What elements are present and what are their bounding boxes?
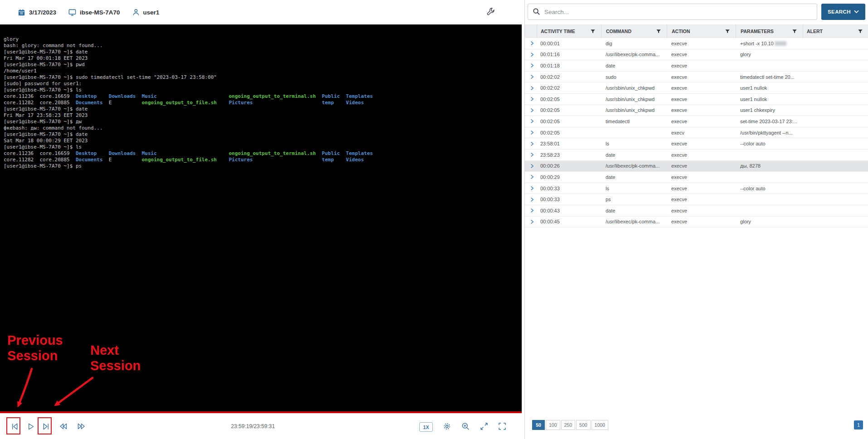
cell-activity-time: 00:01:16 — [537, 49, 601, 60]
filter-icon[interactable] — [656, 29, 661, 34]
row-expander[interactable] — [525, 49, 537, 60]
table-row[interactable]: 00:02:05timedatectlexecveset-time 2023-0… — [525, 116, 868, 127]
row-expander[interactable] — [525, 217, 537, 227]
table-row[interactable]: 00:02:05/usr/sbin/unix_chkpwdexecveuser1… — [525, 105, 868, 116]
table-row[interactable]: 00:02:05/usr/sbin/unix_chkpwdexecveuser1… — [525, 94, 868, 105]
row-expand-chevron-icon — [529, 164, 534, 169]
header-activity-time[interactable]: ACTIVITY TIME — [537, 24, 601, 38]
row-expander[interactable] — [525, 150, 537, 160]
row-expander[interactable] — [525, 183, 537, 194]
row-expander[interactable] — [525, 116, 537, 127]
cell-command: /usr/libexec/pk-comma... — [601, 217, 667, 227]
table-row[interactable]: 00:00:43dateexecve — [525, 205, 868, 217]
table-row[interactable]: 00:00:01digexecve+short -x 10.10 — [525, 38, 868, 49]
terminal-line: core.11282 core.20885 Documents E ongoin… — [4, 157, 522, 163]
cell-alert — [803, 60, 868, 71]
row-expand-chevron-icon — [529, 52, 534, 57]
row-expander[interactable] — [525, 60, 537, 71]
page-size-50[interactable]: 50 — [532, 420, 545, 430]
row-expander[interactable] — [525, 127, 537, 138]
cell-action: execve — [667, 194, 736, 205]
header-command[interactable]: COMMAND — [601, 24, 667, 38]
tools-wrench-button[interactable] — [485, 7, 496, 18]
cell-activity-time: 00:00:33 — [537, 194, 601, 205]
filter-icon[interactable] — [858, 29, 863, 34]
table-row[interactable]: 23:58:23dateexecve — [525, 150, 868, 161]
rewind-button[interactable] — [58, 421, 68, 431]
table-row[interactable]: 23:58:01lsexecve--color auto — [525, 138, 868, 150]
search-button-label: SEARCH — [828, 9, 851, 14]
table-row[interactable]: 00:00:33psexecve — [525, 194, 868, 205]
table-row[interactable]: 00:00:45/usr/libexec/pk-comma...execvegl… — [525, 217, 868, 228]
filter-icon[interactable] — [792, 29, 797, 34]
cell-parameters — [736, 205, 803, 216]
fullscreen-icon — [498, 422, 507, 431]
next-session-button[interactable] — [41, 421, 51, 431]
row-expander[interactable] — [525, 172, 537, 183]
header-alert[interactable]: ALERT — [803, 24, 868, 38]
session-meta-bar: 3/17/2023 ibse-MS-7A70 user1 — [0, 0, 522, 24]
table-row[interactable]: 00:01:16/usr/libexec/pk-comma...execvegl… — [525, 49, 868, 61]
table-row[interactable]: 00:02:02sudoexecvetimedatectl set-time 2… — [525, 72, 868, 83]
page-size-group: 501002505001000 — [532, 420, 608, 430]
row-expander[interactable] — [525, 194, 537, 205]
row-expand-chevron-icon — [529, 119, 534, 124]
cell-parameters — [736, 194, 803, 205]
cell-parameters — [736, 172, 803, 183]
cell-activity-time: 00:00:29 — [537, 172, 601, 183]
cell-activity-time: 00:02:05 — [537, 94, 601, 105]
table-row[interactable]: 00:01:18dateexecve — [525, 60, 868, 72]
page-size-500[interactable]: 500 — [576, 420, 591, 430]
terminal-line: [user1@ibse-MS-7A70 ~]$ ps — [4, 163, 522, 169]
terminal-line: [user1@ibse-MS-7A70 ~]$ ды — [4, 119, 522, 125]
table-row[interactable]: 00:02:02/usr/sbin/unix_chkpwdexecveuser1… — [525, 82, 868, 94]
previous-session-button[interactable] — [10, 421, 19, 431]
cell-alert — [803, 105, 868, 116]
search-input[interactable] — [528, 4, 817, 20]
chevron-down-icon — [854, 10, 859, 14]
cell-parameters: user1 nullok — [736, 94, 803, 105]
filter-icon[interactable] — [590, 29, 596, 34]
expand-button[interactable] — [479, 421, 489, 431]
cell-alert — [803, 138, 868, 149]
row-expander[interactable] — [525, 72, 537, 82]
row-expander[interactable] — [525, 205, 537, 216]
row-expander[interactable] — [525, 94, 537, 105]
row-expander[interactable] — [525, 105, 537, 116]
row-expand-chevron-icon — [529, 186, 534, 191]
table-row[interactable]: 00:00:33lsexecve--color auto — [525, 183, 868, 194]
cell-command: date — [601, 172, 667, 183]
cell-activity-time: 00:02:05 — [537, 127, 601, 138]
skip-next-icon — [42, 422, 50, 431]
annotation-next-line1: Next — [90, 343, 141, 358]
cell-action: execve — [667, 172, 736, 183]
search-button[interactable]: SEARCH — [821, 4, 865, 20]
fast-forward-button[interactable] — [77, 421, 87, 431]
table-row[interactable]: 00:00:26/usr/libexec/pk-comma...execveды… — [525, 161, 868, 172]
current-page-indicator[interactable]: 1 — [854, 420, 863, 429]
table-row[interactable]: 00:02:05execv/usr/bin/pkttyagent --n... — [525, 127, 868, 139]
header-alert-label: ALERT — [807, 29, 823, 34]
cell-command: date — [601, 60, 667, 71]
cell-command: date — [601, 205, 667, 216]
header-action[interactable]: ACTION — [667, 24, 736, 38]
header-parameters[interactable]: PARAMETERS — [736, 24, 803, 38]
page-size-1000[interactable]: 1000 — [592, 420, 608, 430]
row-expander[interactable] — [525, 138, 537, 149]
settings-button[interactable] — [442, 421, 452, 431]
table-row[interactable]: 00:00:29dateexecve — [525, 172, 868, 183]
zoom-in-button[interactable] — [461, 421, 470, 431]
page-size-100[interactable]: 100 — [546, 420, 560, 430]
session-user: user1 — [143, 9, 160, 16]
terminal-line: [user1@ibse-MS-7A70 ~]$ date — [4, 131, 522, 138]
terminal-line: core.11236 core.16659 Desktop Downloads … — [4, 93, 522, 100]
cell-command: date — [601, 150, 667, 160]
page-size-250[interactable]: 250 — [561, 420, 576, 430]
row-expander[interactable] — [525, 38, 537, 49]
play-button[interactable] — [25, 421, 35, 431]
fullscreen-button[interactable] — [497, 421, 507, 431]
row-expander[interactable] — [525, 161, 537, 172]
filter-icon[interactable] — [725, 29, 730, 34]
playback-speed-button[interactable]: 1X — [419, 422, 433, 432]
row-expander[interactable] — [525, 82, 537, 93]
